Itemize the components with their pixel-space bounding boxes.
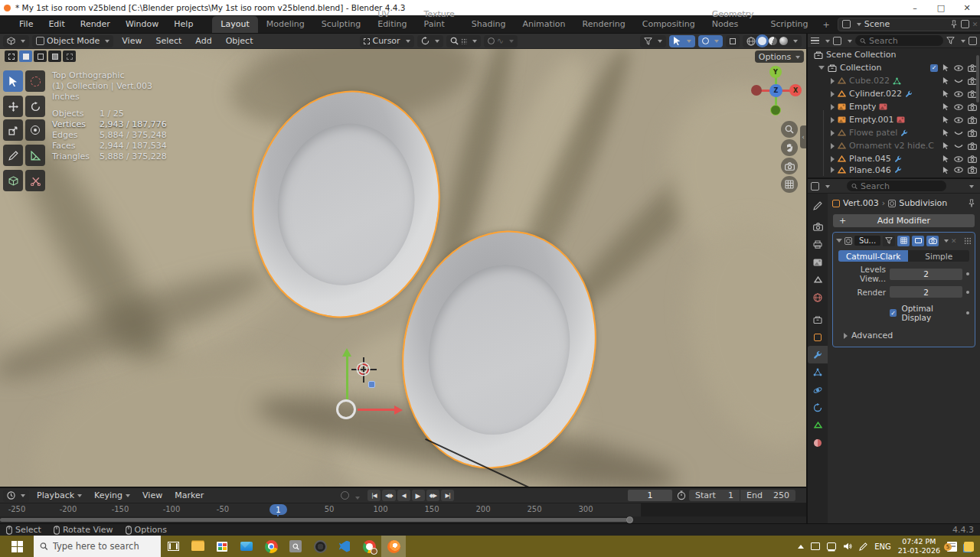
tab-shading[interactable]: Shading xyxy=(463,16,514,33)
monitor-icon[interactable] xyxy=(827,542,836,550)
scrollbar-handle[interactable] xyxy=(626,516,633,523)
catmull-clark-button[interactable]: Catmull-Clark xyxy=(838,250,908,262)
render-camera-icon[interactable] xyxy=(968,155,977,163)
taskbar-clock[interactable]: 07:42 PM 21-01-2026 xyxy=(898,537,940,555)
chrome-profile-icon[interactable] xyxy=(357,536,381,557)
collapse-icon[interactable] xyxy=(818,66,825,70)
properties-search-input[interactable] xyxy=(861,181,942,191)
display-mode-icon[interactable] xyxy=(833,37,841,45)
properties-options-dropdown[interactable] xyxy=(966,181,974,191)
tab-geometry-nodes[interactable]: Geometry Nodes xyxy=(704,6,763,33)
selectable-icon[interactable] xyxy=(942,64,949,71)
expand-icon[interactable] xyxy=(831,91,835,97)
zoom-button[interactable] xyxy=(781,121,798,138)
current-frame-field[interactable]: 1 xyxy=(628,490,672,501)
tab-layout[interactable]: Layout xyxy=(212,16,257,33)
expand-icon[interactable] xyxy=(831,104,835,110)
row-collection[interactable]: Collection xyxy=(808,61,980,74)
add-workspace-button[interactable] xyxy=(816,17,835,33)
selectable-icon[interactable] xyxy=(942,103,949,110)
jump-to-start-button[interactable] xyxy=(368,490,381,501)
simple-button[interactable]: Simple xyxy=(908,250,969,262)
breadcrumb-object[interactable]: Vert.003 xyxy=(843,198,879,208)
file-explorer-icon[interactable] xyxy=(185,536,210,557)
options-dropdown[interactable]: Options xyxy=(755,50,804,63)
tab-view-layer[interactable] xyxy=(808,253,828,271)
add-modifier-button[interactable]: Add Modifier xyxy=(833,214,975,227)
menu-view[interactable]: View xyxy=(116,34,148,47)
prev-frame-button[interactable] xyxy=(397,490,410,501)
auto-keying-toggle[interactable] xyxy=(341,491,349,500)
row-ornament[interactable]: Ornament v2 hide.C xyxy=(808,139,980,152)
shading-dropdown-icon[interactable] xyxy=(790,36,798,46)
modifier-name-field[interactable]: Su... xyxy=(854,236,880,246)
search-app-icon[interactable] xyxy=(283,536,308,557)
play-button[interactable] xyxy=(412,490,425,501)
tab-texture-paint[interactable]: Texture Paint xyxy=(416,6,463,33)
axis-y-ball[interactable]: Y xyxy=(769,66,782,78)
pin-icon[interactable] xyxy=(950,20,958,28)
eye-icon[interactable] xyxy=(954,167,963,173)
sidebar-toggle[interactable]: ‹ xyxy=(800,125,806,148)
select-mode-subtract[interactable] xyxy=(48,50,61,62)
view-menu[interactable]: View xyxy=(137,489,168,502)
selectable-icon[interactable] xyxy=(942,155,949,162)
annotate-tool[interactable] xyxy=(3,145,23,166)
prev-keyframe-button[interactable] xyxy=(382,490,396,501)
outliner-search-input[interactable] xyxy=(869,36,939,46)
tab-modifiers[interactable] xyxy=(808,346,828,363)
snapping-dropdown[interactable] xyxy=(417,35,443,47)
proportional-edit-button[interactable]: ∿ xyxy=(484,35,518,47)
new-scene-icon[interactable] xyxy=(961,20,969,28)
timeline-scrollbar[interactable] xyxy=(0,518,628,522)
snap-magnet-button[interactable] xyxy=(446,35,481,47)
gizmo-x-axis-arrow[interactable] xyxy=(358,409,396,411)
render-levels-field[interactable]: 2 xyxy=(890,286,962,298)
collection-checkbox[interactable] xyxy=(930,64,938,72)
properties-type-dropdown[interactable] xyxy=(822,181,830,191)
end-frame-field[interactable]: End250 xyxy=(740,490,795,501)
gizmos-toggle[interactable] xyxy=(669,35,695,47)
new-collection-icon[interactable] xyxy=(969,37,977,45)
cursor-tool[interactable] xyxy=(25,70,45,92)
tab-rendering[interactable]: Rendering xyxy=(574,16,634,33)
render-camera-icon[interactable] xyxy=(968,142,977,150)
tab-sculpting[interactable]: Sculpting xyxy=(313,16,369,33)
playback-menu[interactable]: Playback xyxy=(31,489,87,502)
show-in-render-toggle[interactable] xyxy=(926,236,939,246)
selectable-icon[interactable] xyxy=(942,90,949,97)
keying-menu[interactable]: Keying xyxy=(89,489,136,502)
mode-dropdown[interactable]: Object Mode xyxy=(32,35,113,47)
jump-to-end-button[interactable] xyxy=(441,490,454,501)
timeline-track-area[interactable] xyxy=(0,516,806,523)
overlays-toggle[interactable] xyxy=(698,35,723,47)
render-camera-icon[interactable] xyxy=(968,166,977,174)
selectable-icon[interactable] xyxy=(942,129,949,136)
menu-object[interactable]: Object xyxy=(220,34,260,47)
blender-taskbar-icon[interactable] xyxy=(381,536,406,557)
outliner-editor-icon[interactable] xyxy=(811,37,819,44)
microsoft-store-icon[interactable] xyxy=(210,536,234,557)
select-mode-tweak[interactable] xyxy=(5,50,18,62)
row-scene-collection[interactable]: Scene Collection xyxy=(808,48,980,61)
eye-icon[interactable] xyxy=(954,65,963,71)
viewport-canvas[interactable]: Top Orthographic (1) Collection | Vert.0… xyxy=(0,49,806,487)
mail-icon[interactable] xyxy=(234,536,259,557)
eye-icon[interactable] xyxy=(954,91,963,97)
perspective-toggle-button[interactable] xyxy=(781,176,798,193)
render-camera-icon[interactable] xyxy=(968,103,977,111)
outliner-scrollbar[interactable] xyxy=(976,55,979,103)
tab-object-data[interactable] xyxy=(808,416,828,434)
scale-tool[interactable] xyxy=(3,119,23,141)
tab-compositing[interactable]: Compositing xyxy=(634,16,704,33)
tab-tool[interactable] xyxy=(808,197,828,214)
xray-toggle[interactable] xyxy=(726,35,740,47)
gizmo-free-move-ring[interactable] xyxy=(336,399,356,419)
properties-search[interactable] xyxy=(847,181,946,191)
menu-help[interactable]: Help xyxy=(167,17,200,31)
tab-collection[interactable] xyxy=(808,311,828,328)
eye-closed-icon[interactable] xyxy=(954,130,963,136)
select-box-tool[interactable] xyxy=(3,70,23,92)
menu-file[interactable]: File xyxy=(12,17,40,31)
auto-keying-dropdown[interactable] xyxy=(352,493,360,503)
